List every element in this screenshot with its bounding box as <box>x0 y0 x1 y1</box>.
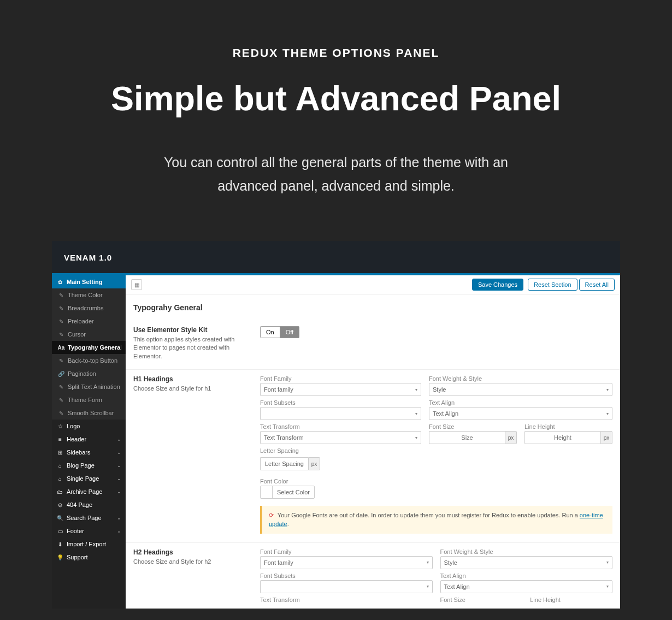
sidebar-label: 404 Page <box>67 501 121 508</box>
content-area: ▦ Save Changes Reset Section Reset All T… <box>126 275 620 609</box>
sidebar-item-cursor[interactable]: ✎Cursor <box>52 328 126 341</box>
notice-text: Your Google Fonts are out of date. In or… <box>278 512 580 518</box>
sidebar-section-archive-page[interactable]: 🗁Archive Page⌄ <box>52 485 126 498</box>
panel-title: VENAM 1.0 <box>52 241 620 273</box>
sidebar-label: Main Setting <box>67 279 121 285</box>
sidebar-label: Theme Form <box>68 397 121 403</box>
color-picker[interactable]: Select Color <box>260 486 315 499</box>
letter-spacing-input[interactable]: Letter Spacing <box>260 457 308 470</box>
topbar: ▦ Save Changes Reset Section Reset All <box>126 275 620 294</box>
toggle-off[interactable]: Off <box>280 326 299 338</box>
select-color-label: Select Color <box>273 486 314 498</box>
section-icon: ▭ <box>56 528 64 534</box>
font-size-label: Font Size <box>440 597 523 603</box>
font-subsets-select[interactable] <box>260 407 421 420</box>
text-align-select[interactable]: Text Align <box>429 407 612 420</box>
sidebar-section-search-page[interactable]: 🔍Search Page⌄ <box>52 511 126 524</box>
sidebar-item-preloader[interactable]: ✎Preloader <box>52 315 126 328</box>
section-icon: ≡ <box>56 436 64 442</box>
sidebar-item-smooth-scrollbar[interactable]: ✎Smooth Scrollbar <box>52 406 126 420</box>
font-weight-select[interactable]: Style <box>440 556 613 569</box>
font-size-input[interactable] <box>429 431 505 444</box>
fonts-notice: ⟳ Your Google Fonts are out of date. In … <box>260 506 612 534</box>
font-subsets-select[interactable] <box>260 580 433 593</box>
hero-eyebrow: REDUX THEME OPTIONS PANEL <box>33 46 639 60</box>
expand-icon[interactable]: ▦ <box>131 279 142 290</box>
reset-section-button[interactable]: Reset Section <box>528 279 577 291</box>
edit-icon: ✎ <box>57 410 65 416</box>
font-color-label: Font Color <box>260 478 421 485</box>
sidebar-section-logo[interactable]: ☆Logo <box>52 420 126 433</box>
line-height-label: Line Height <box>530 597 612 603</box>
field-label: H1 Headings <box>133 375 251 383</box>
section-title: Typograhy General <box>126 294 620 321</box>
sidebar-item-breadcrumbs[interactable]: ✎Breadcrumbs <box>52 302 126 315</box>
section-icon: ⬇ <box>56 541 64 547</box>
font-family-label: Font Family <box>260 548 433 555</box>
section-icon: ⊖ <box>56 502 64 508</box>
sidebar-label: Archive Page <box>67 488 117 495</box>
reset-all-button[interactable]: Reset All <box>579 279 615 291</box>
save-button[interactable]: Save Changes <box>472 279 523 291</box>
sidebar-label: Header <box>67 436 117 442</box>
sidebar-section-header[interactable]: ≡Header⌄ <box>52 433 126 446</box>
edit-icon: ✎ <box>57 318 65 324</box>
line-height-input[interactable] <box>524 431 600 444</box>
sidebar-section-404-page[interactable]: ⊖404 Page <box>52 498 126 511</box>
sidebar-label: Logo <box>67 423 121 429</box>
color-swatch <box>261 486 273 498</box>
field-elementor-kit: Use Elementor Style Kit This option appl… <box>126 321 620 370</box>
font-family-label: Font Family <box>260 375 421 382</box>
sidebar-item-typograhy-general[interactable]: AaTypograhy General <box>52 341 126 354</box>
sidebar-label: Sidebars <box>67 449 117 456</box>
sidebar-label: Typograhy General <box>68 344 121 351</box>
font-subsets-label: Font Subsets <box>260 399 421 406</box>
chevron-down-icon: ⌄ <box>117 450 121 455</box>
sidebar-label: Theme Color <box>68 292 121 298</box>
sidebar-section-blog-page[interactable]: ⌂Blog Page⌄ <box>52 459 126 472</box>
sidebar-main-setting[interactable]: ✿ Main Setting <box>52 275 126 288</box>
text-transform-select[interactable]: Text Transform <box>260 431 421 444</box>
sidebar-section-single-page[interactable]: ⌂Single Page⌄ <box>52 472 126 485</box>
sidebar-label: Import / Export <box>67 541 121 547</box>
chevron-down-icon: ⌄ <box>117 436 121 442</box>
sidebar-label: Pagination <box>68 370 121 377</box>
text-transform-label: Text Transform <box>260 423 421 430</box>
field-h2-headings: H2 Headings Choose Size and Style for h2… <box>126 543 620 609</box>
sidebar-label: Footer <box>67 528 117 534</box>
font-subsets-label: Font Subsets <box>260 572 433 579</box>
font-weight-select[interactable]: Style <box>429 383 612 396</box>
sidebar-label: Blog Page <box>67 462 117 469</box>
font-family-select[interactable]: Font family <box>260 383 421 396</box>
sidebar-label: Breadcrumbs <box>68 305 121 311</box>
sidebar-section-support[interactable]: 💡Support <box>52 551 126 564</box>
sidebar-item-theme-color[interactable]: ✎Theme Color <box>52 288 126 302</box>
font-family-select[interactable]: Font family <box>260 556 433 569</box>
edit-icon: ✎ <box>57 384 65 390</box>
font-weight-label: Font Weight & Style <box>440 548 613 555</box>
sidebar-item-theme-form[interactable]: ✎Theme Form <box>52 393 126 406</box>
line-height-label: Line Height <box>524 423 612 430</box>
text-align-select[interactable]: Text Align <box>440 580 613 593</box>
section-icon: ⌂ <box>56 476 64 482</box>
toggle-elementor[interactable]: On Off <box>260 326 299 338</box>
warning-icon: ⟳ <box>269 512 274 518</box>
unit-px: px <box>600 431 612 444</box>
sidebar-item-split-text-animation[interactable]: ✎Split Text Animation <box>52 380 126 393</box>
sidebar-item-pagination[interactable]: 🔗Pagination <box>52 367 126 380</box>
sidebar-section-footer[interactable]: ▭Footer⌄ <box>52 524 126 538</box>
sidebar-item-back-to-top-button[interactable]: ✎Back-to-top Button <box>52 354 126 367</box>
letter-spacing-label: Letter Spacing <box>260 447 421 454</box>
font-size-label: Font Size <box>429 423 517 430</box>
unit-px: px <box>308 457 320 470</box>
sidebar-section-sidebars[interactable]: ⊞Sidebars⌄ <box>52 446 126 459</box>
text-transform-label: Text Transform <box>260 597 433 603</box>
sidebar-label: Smooth Scrollbar <box>68 410 121 416</box>
sidebar-label: Single Page <box>67 475 117 482</box>
hero-title: Simple but Advanced Panel <box>33 79 639 118</box>
hero-description: You can control all the general parts of… <box>139 151 533 197</box>
field-h1-headings: H1 Headings Choose Size and Style for h1… <box>126 370 620 543</box>
toggle-on[interactable]: On <box>260 326 280 338</box>
sidebar-section-import--export[interactable]: ⬇Import / Export <box>52 538 126 551</box>
text-align-label: Text Align <box>440 572 613 579</box>
